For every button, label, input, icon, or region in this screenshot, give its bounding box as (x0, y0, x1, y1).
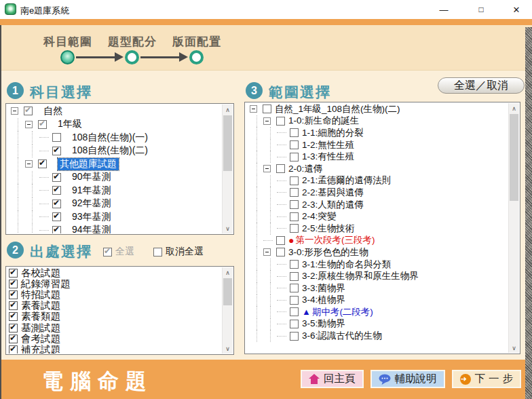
tree-row[interactable]: 1年級 (7, 118, 222, 132)
checkbox[interactable] (290, 128, 299, 137)
scroll-up-icon[interactable] (509, 103, 519, 113)
tree-row[interactable]: ▲期中考(二段考) (246, 306, 508, 318)
tree-row[interactable]: 3-4:植物界 (246, 294, 508, 307)
list-item[interactable]: 素養類題 (7, 311, 222, 322)
tree-item-label[interactable]: 94年基測 (72, 224, 111, 233)
checkbox[interactable] (52, 133, 61, 142)
tree-item-label[interactable]: 期中考(二段考) (312, 306, 373, 318)
select-all-toggle-button[interactable]: 全選／取消 (438, 77, 525, 94)
list-item[interactable]: 補充試題 (7, 344, 222, 354)
checkbox[interactable] (52, 173, 61, 182)
tree-row[interactable]: 2-4:突變 (246, 210, 508, 223)
checkbox[interactable] (290, 153, 299, 162)
checkbox[interactable] (276, 248, 285, 256)
checkbox[interactable] (38, 159, 47, 168)
list-item[interactable]: 各校試題 (7, 267, 222, 278)
tree-row[interactable]: 1-3:有性生殖 (246, 151, 508, 163)
list-item[interactable]: 基測試題 (7, 322, 222, 333)
checkbox[interactable] (9, 324, 18, 332)
tree-item-label[interactable]: 第一次段考(三段考) (295, 234, 375, 246)
tree-row[interactable]: 1-0:新生命的誕生 (246, 115, 508, 128)
checkbox[interactable] (290, 140, 299, 149)
tree-row[interactable]: 1-2:無性生殖 (246, 139, 508, 151)
checkbox[interactable] (290, 212, 299, 221)
tree-item-label[interactable]: 93年基測 (72, 211, 111, 223)
tree-item-label[interactable]: 1-0:新生命的誕生 (288, 115, 359, 127)
tree-row[interactable]: 1-1:細胞的分裂 (246, 127, 508, 139)
tree-row[interactable]: 92年基測 (7, 197, 222, 211)
tree-item-label[interactable]: 3-5:動物界 (302, 318, 345, 330)
tree-item-label[interactable]: 3-0:形形色色的生物 (288, 246, 368, 259)
checkbox[interactable] (290, 200, 299, 209)
tree-item-label[interactable]: 90年基測 (72, 171, 111, 183)
close-button[interactable]: ✕ (503, 0, 530, 19)
tree-item-label[interactable]: 3-6:認識古代的生物 (302, 330, 382, 342)
maximize-button[interactable]: □ (468, 0, 495, 19)
checkbox[interactable] (290, 332, 299, 341)
checkbox[interactable] (290, 224, 299, 233)
tree-row[interactable]: 91年基測 (7, 184, 222, 197)
checkbox[interactable] (9, 345, 18, 354)
tree-row[interactable]: 90年基測 (7, 171, 222, 185)
tree-item-label[interactable]: 1-3:有性生殖 (302, 151, 354, 163)
checkbox[interactable] (9, 312, 18, 321)
checkbox[interactable] (24, 107, 33, 115)
expand-collapse-icon[interactable] (25, 121, 33, 128)
minimize-button[interactable]: — (430, 0, 457, 19)
checkbox[interactable] (52, 226, 61, 233)
tree-row[interactable]: 其他題庫試題 (7, 157, 222, 171)
tree-row[interactable]: 2-0:遺傳 (246, 163, 508, 175)
tree-row[interactable]: 自然 (7, 104, 222, 118)
checkbox[interactable] (9, 301, 18, 310)
checkbox[interactable] (290, 296, 299, 305)
checkbox[interactable] (52, 186, 61, 195)
tree-row[interactable]: 3-0:形形色色的生物 (246, 246, 508, 259)
tree-row[interactable]: 94年基測 (7, 224, 222, 234)
help-button[interactable]: 輔助說明 (370, 370, 445, 388)
tree-item-label[interactable]: 2-2:基因與遺傳 (302, 187, 364, 199)
checkbox[interactable] (290, 188, 299, 197)
tree-item-label[interactable]: 92年基測 (72, 197, 111, 210)
checkbox[interactable] (276, 117, 285, 126)
checkbox[interactable] (263, 104, 271, 113)
checkbox[interactable] (290, 284, 299, 292)
tree-row[interactable]: 2-5:生物技術 (246, 223, 508, 235)
tree-row[interactable]: 108自然(生物)(一) (7, 131, 222, 145)
tree-item-label[interactable]: 3-4:植物界 (302, 294, 345, 306)
tree-item-label[interactable]: 1-1:細胞的分裂 (302, 127, 364, 139)
tree-item-label[interactable]: 1-2:無性生殖 (302, 139, 354, 151)
expand-collapse-icon[interactable] (263, 165, 271, 172)
tree-item-label[interactable]: 2-3:人類的遺傳 (302, 199, 364, 211)
checkbox[interactable] (290, 260, 299, 269)
checkbox[interactable] (9, 280, 18, 288)
checkbox[interactable] (276, 236, 285, 245)
scroll-down-icon[interactable] (223, 343, 233, 354)
tree-item-label[interactable]: 其他題庫試題 (58, 158, 119, 170)
checkbox-icon[interactable] (153, 248, 162, 256)
scrollbar[interactable] (222, 104, 233, 233)
list-item[interactable]: 特招試題 (7, 289, 222, 300)
scroll-up-icon[interactable] (223, 267, 233, 278)
home-button[interactable]: 回主頁 (301, 370, 364, 388)
tree-item-label[interactable]: 108自然(生物)(一) (72, 132, 148, 144)
checkbox[interactable] (9, 290, 18, 299)
tree-item-label[interactable]: 3-1:生物的命名與分類 (302, 259, 391, 271)
tree-item-label[interactable]: 108自然(生物)(二) (72, 145, 148, 157)
scroll-down-icon[interactable] (509, 343, 519, 353)
tree-item-label[interactable]: 3-2:原核生物界和原生生物界 (302, 270, 419, 282)
checkbox[interactable] (290, 307, 299, 316)
checkbox[interactable] (290, 176, 299, 185)
expand-collapse-icon[interactable] (263, 117, 271, 125)
scroll-thumb[interactable] (510, 114, 518, 201)
checkbox[interactable] (9, 269, 18, 278)
scroll-down-icon[interactable] (223, 223, 233, 233)
tree-row[interactable]: 93年基測 (7, 210, 222, 224)
tree-item-label[interactable]: 自然_1年級_108自然(生物)(二) (275, 103, 400, 115)
checkbox[interactable] (276, 164, 285, 173)
tree-item-label[interactable]: 91年基測 (72, 185, 111, 197)
scroll-thumb[interactable] (223, 278, 232, 305)
checkbox[interactable] (9, 335, 18, 343)
next-step-button[interactable]: 下一步 (452, 370, 522, 388)
scroll-up-icon[interactable] (223, 104, 233, 115)
tree-row[interactable]: 3-6:認識古代的生物 (246, 330, 508, 342)
